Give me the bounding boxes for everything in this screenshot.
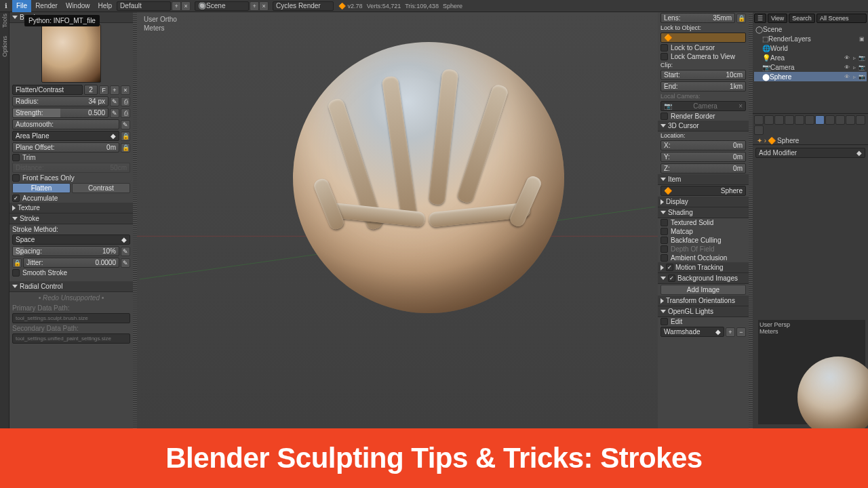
warmshade-select[interactable]: Warmshade◆ (660, 327, 724, 337)
tree-scene[interactable]: ◯ Scene (754, 24, 867, 34)
lock-object-field[interactable]: 🔶 (660, 33, 746, 43)
cursor-x-field[interactable]: X:0m (660, 140, 746, 150)
warmshade-add-icon[interactable]: + (726, 327, 735, 337)
props-tab-particles[interactable] (856, 115, 865, 125)
spacing-field[interactable]: Spacing:10% (12, 246, 119, 256)
tree-camera[interactable]: 📷 Camera👁▹📷 (754, 62, 867, 72)
warmshade-del-icon[interactable]: − (736, 327, 746, 337)
tree-renderlayers[interactable]: ⬚ RenderLayers▣ (754, 34, 867, 43)
brush-name-field[interactable]: Flatten/Contrast (12, 85, 83, 95)
props-tab-constraint[interactable] (805, 115, 814, 125)
lens-lock-icon[interactable]: 🔒 (736, 14, 746, 23)
props-tab-physics[interactable] (754, 125, 764, 135)
autosmooth-field[interactable]: Autosmooth: (12, 119, 119, 129)
strength-lock-icon[interactable]: ⎙ (121, 108, 130, 118)
brush-users[interactable]: 2 (84, 85, 98, 95)
cursor-y-field[interactable]: Y:0m (660, 152, 746, 162)
radius-field[interactable]: Radius:34 px (12, 96, 108, 106)
shading-header[interactable]: Shading (658, 207, 749, 218)
props-tab-scene[interactable] (774, 115, 784, 125)
lock-cursor-checkbox[interactable]: Lock to Cursor (658, 43, 749, 52)
lens-field[interactable]: Lens:35mm (660, 13, 735, 23)
add-modifier-button[interactable]: Add Modifier◆ (755, 148, 865, 158)
layout-selector[interactable]: Default (117, 1, 171, 11)
layout-del-icon[interactable]: × (181, 1, 191, 11)
backface-checkbox[interactable]: Backface Culling (658, 236, 749, 245)
texture-header[interactable]: Texture (9, 203, 133, 214)
lock-camera-checkbox[interactable]: Lock Camera to View (658, 52, 749, 61)
tab-tools[interactable]: Tools (1, 14, 8, 28)
props-tab-render[interactable] (754, 115, 764, 125)
scene-selector[interactable]: 🔘Scene (195, 1, 249, 11)
brush-preview[interactable] (41, 24, 101, 83)
autosmooth-pressure-icon[interactable]: ✎ (121, 120, 130, 129)
outliner-scope[interactable]: All Scenes (816, 14, 867, 23)
props-tab-world[interactable] (785, 115, 794, 125)
add-image-button[interactable]: Add Image (660, 285, 746, 295)
sculpt-sphere[interactable] (293, 42, 564, 313)
motion-tracking-header[interactable]: Motion Tracking (658, 262, 749, 273)
props-tab-modifier[interactable] (815, 115, 825, 125)
render-engine-selector[interactable]: Cycles Render (273, 1, 334, 11)
props-tab-layers[interactable] (764, 115, 774, 125)
secondary-path-field[interactable]: tool_settings.unified_paint_settings.siz… (12, 333, 130, 344)
outliner-search-menu[interactable]: Search (789, 14, 815, 23)
plane-offset-lock-icon[interactable]: 🔒 (121, 143, 130, 152)
ao-checkbox[interactable]: Ambient Occlusion (658, 253, 749, 262)
cursor-z-field[interactable]: Z:0m (660, 163, 746, 174)
plane-offset-field[interactable]: Plane Offset:0m (12, 142, 119, 152)
jitter-pressure-icon[interactable]: ✎ (121, 258, 130, 268)
radius-unit-icon[interactable]: ⎙ (121, 97, 130, 106)
3d-cursor-header[interactable]: 3D Cursor (658, 121, 749, 131)
clip-end-field[interactable]: End:1km (660, 81, 746, 92)
info-icon[interactable]: ℹ (0, 0, 12, 12)
camera-field[interactable]: 📷 Camera× (660, 101, 746, 111)
contrast-button[interactable]: Contrast (72, 183, 130, 193)
front-faces-checkbox[interactable]: Front Faces Only (9, 174, 133, 182)
primary-path-field[interactable]: tool_settings.sculpt.brush.size (12, 313, 130, 323)
strength-field[interactable]: Strength:0.500 (12, 108, 108, 118)
outliner-type-icon[interactable]: ☰ (754, 14, 766, 23)
stroke-method-select[interactable]: Space◆ (12, 235, 130, 245)
transform-orientations-header[interactable]: Transform Orientations (658, 296, 749, 306)
scene-del-icon[interactable]: × (259, 1, 269, 11)
item-header[interactable]: Item (658, 174, 749, 185)
tree-area[interactable]: 💡 Area👁▹📷 (754, 53, 867, 62)
outliner-view-menu[interactable]: View (768, 14, 787, 23)
3d-viewport[interactable]: User Ortho Meters (137, 12, 658, 428)
jitter-lock-icon[interactable]: 🔒 (12, 258, 22, 268)
matcap-checkbox[interactable]: Matcap (658, 227, 749, 236)
radial-control-header[interactable]: Radial Control (9, 281, 133, 292)
display-header[interactable]: Display (658, 197, 749, 207)
props-tab-object[interactable] (795, 115, 804, 125)
brush-add-icon[interactable]: + (110, 85, 119, 95)
stroke-header[interactable]: Stroke (9, 214, 133, 224)
bg-images-header[interactable]: Background Images (658, 273, 749, 284)
tree-world[interactable]: 🌐 World (754, 43, 867, 53)
opengl-lights-header[interactable]: OpenGL Lights (658, 306, 749, 317)
menu-file[interactable]: File (12, 0, 31, 12)
smooth-stroke-checkbox[interactable]: Smooth Stroke (9, 268, 133, 277)
clip-start-field[interactable]: Start:10cm (660, 70, 746, 80)
scene-add-icon[interactable]: + (250, 1, 259, 11)
plane-lock-icon[interactable]: 🔒 (121, 131, 130, 141)
flatten-button[interactable]: Flatten (12, 183, 71, 193)
radius-pressure-icon[interactable]: ✎ (110, 97, 119, 106)
secondary-viewport[interactable]: User Persp Meters (758, 320, 865, 424)
spacing-pressure-icon[interactable]: ✎ (121, 247, 130, 256)
brush-fake-user-icon[interactable]: F (99, 85, 108, 95)
props-tab-material[interactable] (835, 115, 845, 125)
edit-checkbox[interactable]: Edit (658, 317, 749, 326)
sculpt-plane-select[interactable]: Area Plane◆ (12, 131, 119, 141)
menu-window[interactable]: Window (62, 0, 94, 12)
strength-pressure-icon[interactable]: ✎ (110, 108, 119, 118)
textured-solid-checkbox[interactable]: Textured Solid (658, 218, 749, 227)
trim-checkbox[interactable]: Trim (9, 153, 133, 162)
props-tab-texture[interactable] (846, 115, 855, 125)
props-tab-data[interactable] (825, 115, 835, 125)
menu-help[interactable]: Help (94, 0, 117, 12)
render-border-checkbox[interactable]: Render Border (658, 112, 749, 121)
tab-options[interactable]: Options (1, 36, 8, 57)
tree-sphere[interactable]: ⬤ Sphere👁▹📷 (754, 72, 867, 81)
menu-render[interactable]: Render (31, 0, 62, 12)
